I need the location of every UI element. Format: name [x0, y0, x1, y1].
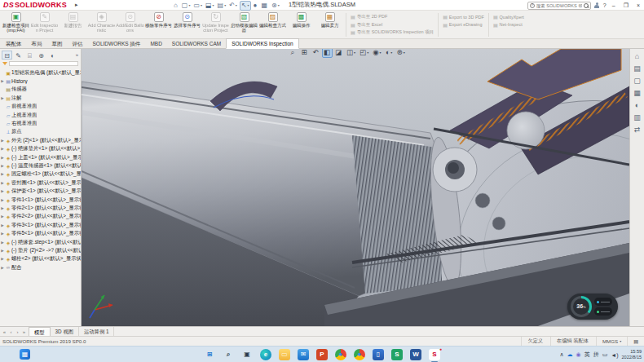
tree-item[interactable]: ▶◈固定螺栓<1> (默认<<默认>_显示状 — [0, 170, 81, 179]
taskbar-chrome-2-icon[interactable]: ● — [354, 349, 365, 360]
tab-solidworks-inspection[interactable]: SOLIDWORKS Inspection — [226, 38, 299, 49]
dynamic-annotation-icon[interactable]: ◪ — [333, 49, 344, 58]
tree-item[interactable]: ▶∞配合 — [0, 263, 81, 272]
tab-3d-views[interactable]: 3D 视图 — [51, 327, 79, 336]
options-icon[interactable]: ⊛▾ — [271, 1, 280, 11]
tab-layout[interactable]: 布局 — [27, 39, 47, 48]
file-menu-arrow[interactable]: ▸ — [75, 2, 78, 8]
onedrive-icon[interactable]: ☁ — [567, 351, 573, 358]
model-canvas[interactable] — [82, 49, 629, 326]
export-item[interactable]: ▤导出至 Excel — [351, 21, 434, 29]
zoom-fit-icon[interactable]: ⌕ — [288, 49, 298, 58]
recorder-overlay[interactable]: 36% — [567, 294, 618, 320]
tree-item[interactable]: ▣1型铠装热电偶 (默认<默认_显示状态-1 — [0, 68, 81, 77]
tree-item[interactable]: ▱右视基准面 — [0, 119, 81, 127]
tree-item[interactable]: ▶▤History — [0, 77, 81, 85]
tree-item[interactable]: ▶◈(-) 垫片 (2)<2> ->? (默认<<默认 — [0, 246, 81, 254]
taskbar-start-icon[interactable]: ⊞ — [204, 349, 215, 360]
remove-balloons-button[interactable]: ⊘移除零件序号 — [144, 11, 173, 33]
save-icon[interactable]: ⬓▾ — [205, 1, 215, 11]
recorder-button-bottom[interactable] — [594, 307, 612, 316]
tree-item[interactable]: ▶◈外壳 (2)<1> (默认<<默认>_显示状 — [0, 136, 81, 144]
panel-expand-chevron[interactable]: » — [76, 52, 80, 57]
taskbar-solidworks-app-icon[interactable]: S● — [429, 349, 440, 360]
tree-item[interactable]: ▶◈零件2<2> (默认<<默认>_显示状 — [0, 213, 81, 221]
rebuild-traffic-light-icon[interactable]: ● — [253, 1, 259, 11]
edit-vendors-button[interactable]: ▦编辑卖方 — [315, 11, 344, 33]
section-view-icon[interactable]: ◧ — [322, 49, 333, 58]
view-orientation-icon[interactable]: ◫▾ — [345, 49, 357, 58]
editing-mode[interactable]: 在编辑 装配体 — [550, 337, 596, 346]
scroll-first-icon[interactable]: « — [2, 329, 7, 334]
dimxpertmanager-tab[interactable]: ⊕ — [36, 51, 46, 60]
widgets-icon[interactable]: ▦ — [20, 349, 30, 360]
new-report-button[interactable]: ▤新建报告 — [59, 11, 87, 33]
home-icon[interactable]: ⌂ — [173, 1, 179, 11]
tree-item[interactable]: ▶◈保护套<1> (默认<<默认>_显示状 — [0, 187, 81, 195]
search-input[interactable] — [536, 3, 582, 8]
forum-icon[interactable]: ⇄ — [632, 124, 643, 135]
scroll-prev-icon[interactable]: ‹ — [8, 329, 14, 334]
tree-item[interactable]: ▶◈零件3<1> (默认<<默认>_显示状 — [0, 221, 81, 229]
taskbar-word-icon[interactable]: W — [410, 349, 421, 360]
tab-solidworks-cam[interactable]: SOLIDWORKS CAM — [167, 39, 226, 48]
update-inspection-project-button[interactable]: ↻Update Inspection Project — [201, 11, 230, 33]
ime-english-indicator[interactable]: 英 — [584, 351, 590, 359]
tag-icon[interactable]: ▤ — [627, 337, 644, 346]
scroll-last-icon[interactable]: » — [21, 329, 27, 334]
tree-item[interactable]: ▱前视基准面 — [0, 103, 81, 111]
tab-evaluate[interactable]: 评估 — [68, 39, 88, 48]
file-explorer-icon[interactable]: ▢ — [632, 75, 643, 86]
help-icon[interactable]: ? — [603, 2, 607, 8]
export-item[interactable]: ▤QualityXpert — [493, 13, 524, 21]
export-item[interactable]: ▤Net-Inspect — [493, 21, 524, 29]
select-icon[interactable]: ↖▾ — [240, 1, 251, 11]
add-edit-balloons-button[interactable]: ⊙Add/Edit Balloons — [116, 11, 144, 33]
view-palette-icon[interactable]: ▦ — [632, 87, 643, 99]
propertymanager-tab[interactable]: ✎ — [13, 51, 24, 60]
featuremanager-tab[interactable]: ⊟ — [2, 51, 12, 60]
scroll-next-icon[interactable]: › — [15, 329, 20, 334]
search-icon[interactable] — [584, 3, 589, 8]
filter-input[interactable] — [9, 61, 78, 66]
taskbar-task-view-icon[interactable]: ▣ — [241, 349, 253, 360]
file-properties-icon[interactable]: ▦ — [260, 1, 269, 11]
filter-icon[interactable] — [2, 62, 7, 65]
tab-solidworks-addins[interactable]: SOLIDWORKS 插件 — [88, 39, 146, 48]
taskbar-chrome-icon[interactable]: ● — [335, 349, 346, 360]
unit-system[interactable]: MMGS▾ — [596, 337, 627, 346]
tree-item[interactable]: ▶▤注解 — [0, 94, 81, 102]
tree-item[interactable]: ▶◈零件1<1> (默认<<默认>_显示状态 — [0, 196, 81, 204]
taskbar-powerpoint-icon[interactable]: P — [316, 349, 328, 360]
taskbar-edge-icon[interactable]: e — [260, 349, 271, 360]
display-style-icon[interactable]: ◰▾ — [358, 49, 370, 58]
tree-item[interactable]: ⊥原点 — [0, 128, 81, 136]
export-item[interactable]: ▤导出至 2D PDF — [351, 13, 434, 21]
edit-appearance-icon[interactable]: ◐▾ — [384, 49, 395, 58]
tree-item[interactable]: ▶◈(-) 上盖<1> (默认<<默认>_显示状 — [0, 153, 81, 161]
edit-inspection-project-button[interactable]: ✎Edit Inspection Project — [30, 11, 59, 33]
export-item[interactable]: ▤Export to 3D PDF — [443, 13, 484, 21]
recorder-button-top[interactable] — [594, 298, 612, 306]
tree-item[interactable]: ▶◈(-) 温度传感器<1> (默认<<默认>_ — [0, 161, 81, 170]
edit-operations-button[interactable]: ▩编辑操作 — [287, 11, 315, 33]
close-button[interactable]: × — [634, 2, 642, 8]
taskbar-search-icon[interactable]: ⌕ — [223, 349, 234, 360]
zoom-area-icon[interactable]: ⊞ — [299, 49, 310, 58]
tab-model[interactable]: 模型 — [29, 327, 51, 336]
taskbar-file-explorer-icon[interactable]: ▭ — [279, 349, 290, 360]
view-settings-icon[interactable]: ⊛▾ — [395, 49, 407, 58]
sign-in-icon[interactable] — [594, 2, 600, 9]
open-file-icon[interactable]: ▭▾ — [192, 1, 203, 11]
solidworks-resources-icon[interactable]: ⌂ — [632, 51, 643, 62]
export-item[interactable]: ▤Export eDrawing — [443, 21, 484, 29]
graphics-area[interactable]: ⌕⊞↶◧◪◫▾◰▾◉▾◐▾⊛▾ 36% — [82, 49, 629, 326]
tab-mbd[interactable]: MBD — [145, 39, 166, 48]
tab-assembly[interactable]: 装配体 — [1, 39, 27, 48]
hidden-icons-chevron[interactable]: ∧ — [559, 351, 563, 358]
tree-item[interactable]: ▶◈零件5<1> (默认<<默认>_显示状态 — [0, 229, 81, 237]
configurationmanager-tab[interactable]: ⌸ — [24, 51, 35, 60]
taskbar-phone-link-icon[interactable]: ▯ — [373, 349, 384, 360]
tree-item[interactable]: ▶◈(-) 绝缘套.step<1> (默认<<默认 — [0, 238, 81, 246]
displaymanager-tab[interactable]: ◐ — [47, 51, 58, 60]
